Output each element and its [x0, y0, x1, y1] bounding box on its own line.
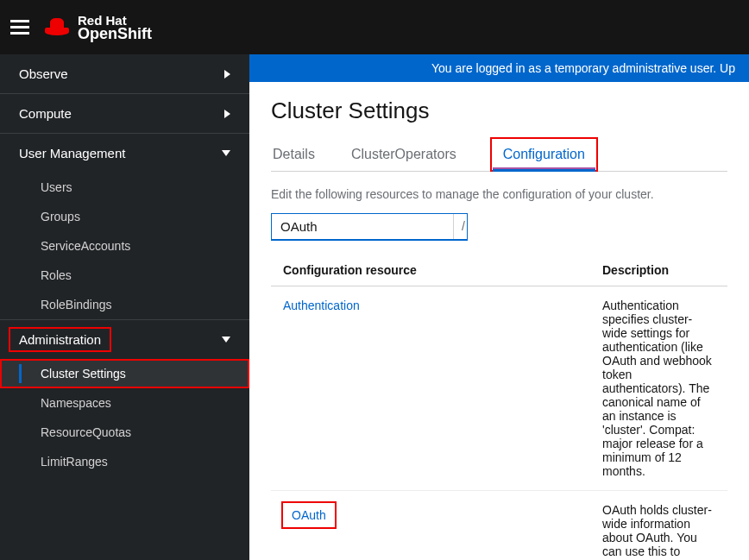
- th-resource: Configuration resource: [271, 255, 590, 286]
- chevron-down-icon: [222, 337, 230, 343]
- nav-label: User Management: [19, 146, 125, 160]
- resource-link-oauth[interactable]: OAuth: [283, 503, 335, 527]
- chevron-right-icon: [224, 70, 230, 79]
- sidebar-item-rolebindings[interactable]: RoleBindings: [0, 290, 249, 319]
- nav-administration[interactable]: Administration: [0, 319, 249, 359]
- info-banner: You are logged in as a temporary adminis…: [249, 54, 749, 82]
- sidebar-item-limitranges[interactable]: LimitRanges: [0, 447, 249, 476]
- tab-cluster-operators[interactable]: ClusterOperators: [349, 138, 458, 171]
- nav-label: Administration: [19, 332, 101, 347]
- sidebar: Observe Compute User Management Users Gr…: [0, 54, 249, 560]
- tab-configuration[interactable]: Configuration: [491, 138, 597, 171]
- chevron-down-icon: [222, 150, 230, 156]
- tab-details[interactable]: Details: [271, 138, 317, 171]
- page-title: Cluster Settings: [271, 98, 727, 124]
- sidebar-item-users[interactable]: Users: [0, 173, 249, 202]
- resource-desc: Authentication specifies cluster-wide se…: [590, 286, 727, 491]
- redhat-icon: [45, 18, 69, 37]
- nav-observe[interactable]: Observe: [0, 54, 249, 93]
- sidebar-item-groups[interactable]: Groups: [0, 202, 249, 231]
- sidebar-item-resourcequotas[interactable]: ResourceQuotas: [0, 418, 249, 447]
- nav-label: Observe: [19, 66, 68, 81]
- search-input[interactable]: [272, 214, 453, 239]
- sidebar-item-cluster-settings[interactable]: Cluster Settings: [0, 359, 249, 388]
- resource-link-authentication[interactable]: Authentication: [283, 299, 360, 312]
- brand-logo[interactable]: Red Hat OpenShift: [45, 14, 152, 41]
- chevron-right-icon: [224, 110, 230, 118]
- nav-compute[interactable]: Compute: [0, 93, 249, 133]
- sidebar-item-roles[interactable]: Roles: [0, 261, 249, 290]
- brand-line2: OpenShift: [78, 26, 152, 41]
- nav-user-management[interactable]: User Management: [0, 133, 249, 173]
- nav-administration-sub: Cluster Settings Namespaces ResourceQuot…: [0, 359, 249, 476]
- nav-label: Compute: [19, 106, 72, 121]
- hamburger-menu[interactable]: [10, 16, 29, 38]
- tab-subtitle: Edit the following resources to manage t…: [271, 187, 727, 201]
- content-area: You are logged in as a temporary adminis…: [249, 54, 749, 560]
- th-description: Description: [590, 255, 727, 286]
- search-shortcut: /: [453, 214, 473, 239]
- table-row: OAuth OAuth holds cluster-wide informati…: [271, 491, 727, 561]
- config-table: Configuration resource Description Authe…: [271, 255, 727, 560]
- resource-desc: OAuth holds cluster-wide information abo…: [590, 491, 727, 561]
- sidebar-item-serviceaccounts[interactable]: ServiceAccounts: [0, 231, 249, 261]
- table-row: Authentication Authentication specifies …: [271, 286, 727, 491]
- search-wrap: /: [271, 213, 468, 241]
- sidebar-item-namespaces[interactable]: Namespaces: [0, 388, 249, 418]
- tabs: Details ClusterOperators Configuration: [271, 138, 727, 172]
- nav-user-management-sub: Users Groups ServiceAccounts Roles RoleB…: [0, 173, 249, 319]
